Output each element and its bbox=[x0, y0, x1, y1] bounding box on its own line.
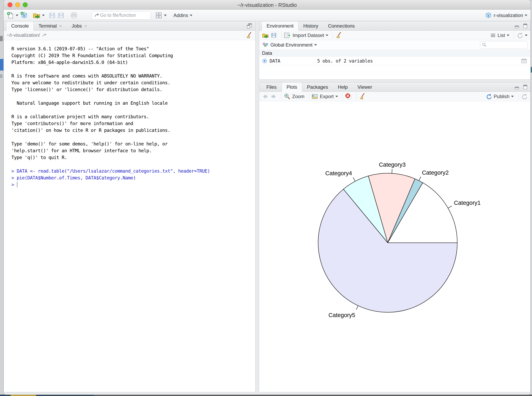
environment-view-mode-button[interactable]: List bbox=[490, 32, 509, 38]
zoom-magnifier-icon bbox=[284, 93, 291, 100]
tab-environment[interactable]: Environment bbox=[262, 21, 298, 31]
goto-file-box[interactable] bbox=[92, 11, 151, 20]
publish-button[interactable]: Publish bbox=[486, 93, 514, 100]
tab-terminal[interactable]: Terminal × bbox=[34, 21, 67, 30]
chevron-down-icon bbox=[335, 96, 338, 97]
print-button[interactable] bbox=[70, 12, 77, 19]
global-environment-label[interactable]: Global Environment bbox=[270, 42, 313, 48]
environment-search-input[interactable] bbox=[487, 42, 525, 47]
view-table-icon[interactable] bbox=[521, 58, 527, 64]
zoom-plot-button[interactable]: Zoom bbox=[284, 93, 304, 100]
refresh-plot-button[interactable] bbox=[521, 93, 528, 100]
tab-connections[interactable]: Connections bbox=[323, 21, 360, 30]
chevron-down-icon bbox=[507, 35, 509, 36]
plots-pane: Files Plots Packages Help Viewer bbox=[259, 82, 531, 392]
save-all-icon bbox=[58, 12, 64, 19]
goto-arrow-icon bbox=[94, 12, 100, 19]
pie-label-pointer bbox=[419, 177, 421, 181]
tab-viewer[interactable]: Viewer bbox=[353, 82, 377, 92]
clear-console-broom-icon[interactable] bbox=[246, 32, 252, 39]
minimize-pane-icon[interactable] bbox=[514, 23, 520, 29]
save-button[interactable] bbox=[49, 12, 56, 19]
minimize-pane-icon[interactable] bbox=[514, 84, 520, 90]
export-plot-button[interactable]: Export bbox=[311, 93, 338, 100]
chevron-down-icon bbox=[525, 15, 527, 16]
previous-plot-button[interactable] bbox=[262, 93, 269, 100]
tab-console[interactable]: Console bbox=[6, 21, 34, 31]
console-line: 'help.start()' for an HTML browser inter… bbox=[12, 147, 255, 154]
clear-all-plots-button[interactable] bbox=[359, 93, 366, 100]
maximize-pane-icon[interactable] bbox=[522, 84, 528, 90]
save-all-button[interactable] bbox=[58, 12, 64, 19]
publish-label: Publish bbox=[494, 94, 509, 99]
environment-object-row[interactable]: DATA 5 obs. of 2 variables bbox=[259, 57, 530, 65]
remove-plot-icon bbox=[345, 93, 352, 100]
tab-label: Plots bbox=[286, 84, 297, 90]
save-workspace-button[interactable] bbox=[271, 32, 277, 38]
background-selected-item-sliver bbox=[0, 59, 4, 70]
maximize-pane-icon[interactable] bbox=[522, 23, 528, 29]
tab-files[interactable]: Files bbox=[262, 82, 282, 92]
addins-label: Addins bbox=[174, 13, 188, 18]
plot-canvas[interactable]: Category1Category2Category3Category4Cate… bbox=[259, 102, 530, 392]
next-plot-button[interactable] bbox=[270, 93, 277, 100]
remove-plot-button[interactable] bbox=[345, 93, 352, 100]
load-workspace-button[interactable] bbox=[262, 32, 269, 39]
save-icon bbox=[49, 12, 56, 19]
chevron-down-icon[interactable] bbox=[16, 15, 18, 16]
chevron-down-icon[interactable] bbox=[314, 44, 317, 46]
close-icon[interactable]: × bbox=[84, 23, 87, 29]
plots-toolbar: Zoom Export Publi bbox=[259, 92, 530, 101]
import-dataset-icon bbox=[284, 32, 291, 39]
open-folder-icon bbox=[33, 12, 40, 19]
environment-search-box[interactable] bbox=[480, 41, 528, 49]
print-icon bbox=[70, 12, 77, 19]
restore-pane-icon[interactable] bbox=[246, 23, 253, 29]
goto-directory-icon[interactable] bbox=[41, 32, 47, 38]
pie-label-category3: Category3 bbox=[379, 161, 406, 168]
console-line: Copyright (C) 2019 The R Foundation for … bbox=[12, 52, 255, 59]
close-icon[interactable]: × bbox=[59, 23, 62, 29]
tab-help[interactable]: Help bbox=[333, 82, 352, 92]
new-file-button[interactable] bbox=[7, 12, 18, 19]
tab-plots[interactable]: Plots bbox=[282, 82, 302, 92]
addins-button[interactable]: Addins bbox=[172, 13, 193, 18]
project-menu-button[interactable]: r-visualization bbox=[485, 12, 527, 19]
chevron-down-icon[interactable] bbox=[42, 15, 45, 16]
goto-file-input[interactable] bbox=[100, 13, 146, 18]
background-window-bottom-sliver bbox=[0, 395, 532, 396]
tab-history[interactable]: History bbox=[298, 21, 323, 30]
import-dataset-button[interactable]: Import Dataset bbox=[284, 32, 328, 39]
tab-packages[interactable]: Packages bbox=[302, 82, 333, 92]
titlebar[interactable]: ~/r-visualization - RStudio bbox=[4, 0, 531, 10]
environment-toolbar: Import Dataset List bbox=[259, 31, 530, 40]
tab-jobs[interactable]: Jobs × bbox=[67, 21, 92, 30]
console-line: R is free software and comes with ABSOLU… bbox=[12, 73, 255, 79]
environment-pane: Environment History Connections bbox=[259, 21, 531, 80]
broom-icon bbox=[359, 93, 366, 100]
section-label: Data bbox=[262, 50, 272, 56]
text-cursor bbox=[17, 182, 18, 187]
chevron-down-icon[interactable] bbox=[164, 15, 167, 16]
list-icon bbox=[490, 32, 496, 38]
refresh-environment-button[interactable] bbox=[516, 32, 528, 39]
tab-label: History bbox=[303, 23, 318, 29]
pie-label-pointer bbox=[353, 177, 355, 181]
console-line: R is a collaborative project with many c… bbox=[12, 113, 255, 120]
console-line: Platform: x86_64-apple-darwin15.6.0 (64-… bbox=[12, 59, 255, 66]
expand-object-icon[interactable] bbox=[262, 58, 268, 64]
main-toolbar: Addins r-visualization bbox=[4, 10, 531, 21]
console-output[interactable]: R version 3.6.1 (2019-07-05) -- "Action … bbox=[4, 40, 255, 392]
open-file-button[interactable] bbox=[33, 12, 45, 19]
clear-environment-button[interactable] bbox=[335, 32, 342, 39]
pie-label-category1: Category1 bbox=[454, 200, 481, 206]
object-summary-cell: 5 obs. of 2 variables bbox=[315, 58, 530, 64]
environment-tabbar: Environment History Connections bbox=[259, 21, 530, 31]
background-fragment bbox=[94, 395, 532, 396]
publish-icon bbox=[486, 93, 492, 100]
tab-label: Jobs bbox=[72, 23, 82, 29]
new-project-button[interactable] bbox=[20, 12, 28, 19]
panes-layout-button[interactable] bbox=[155, 12, 167, 19]
chevron-down-icon bbox=[525, 35, 528, 36]
global-environment-icon bbox=[262, 41, 269, 48]
